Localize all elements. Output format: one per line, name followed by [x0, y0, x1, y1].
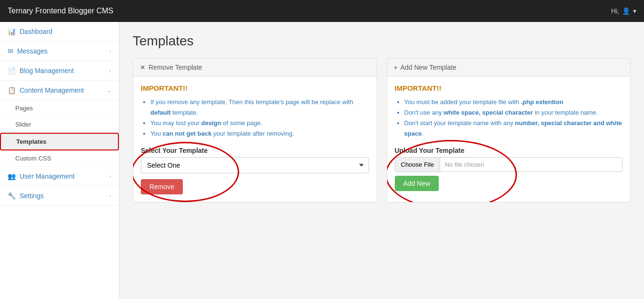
add-bullet-item-3: Don't start your template name with any … [404, 118, 623, 139]
user-mgmt-icon: 👥 [8, 172, 16, 180]
template-select[interactable]: Select One [141, 157, 369, 173]
chevron-icon: ‹ [109, 48, 111, 54]
select-wrapper: Select One [141, 157, 369, 173]
user-prefix: Hi, [611, 7, 619, 15]
sidebar-item-settings[interactable]: 🔧Settings ‹ [0, 186, 119, 206]
bullet-item-3: You can not get back your template after… [150, 128, 369, 139]
remove-important-title: IMPORTANT!! [141, 84, 369, 92]
user-chevron-icon: ▾ [633, 7, 636, 15]
sidebar-item-slider[interactable]: Slider [0, 117, 119, 133]
add-bullet-item-2: Don't use any white space, special chara… [404, 107, 623, 118]
add-new-button[interactable]: Add New [395, 176, 439, 191]
upload-label: Upload Your Template [395, 147, 623, 154]
remove-header-icon: ✕ [140, 64, 146, 71]
add-template-card: + Add New Template IMPORTANT!! You must … [387, 58, 631, 203]
choose-file-button[interactable]: Choose File [395, 158, 440, 171]
main-content: Templates ✕ Remove Template IMPORTANT!! … [119, 22, 644, 299]
upload-template-group: Upload Your Template Choose File No file… [395, 147, 623, 191]
select-template-label: Select Your Template [141, 147, 369, 154]
chevron-icon: ‹ [109, 193, 111, 199]
user-icon: 👤 [622, 7, 630, 15]
file-input-wrapper: Choose File No file chosen [395, 157, 623, 172]
user-menu[interactable]: Hi, 👤 ▾ [611, 7, 636, 15]
add-bullet-item-1: You must be added your template file wit… [404, 97, 623, 107]
sidebar-item-content-management[interactable]: 📋Content Management ⌄ [0, 81, 119, 100]
sidebar: 📊Dashboard ✉Messages ‹ 📄Blog Management … [0, 22, 119, 299]
add-important-title: IMPORTANT!! [395, 84, 623, 92]
bullet-item-2: You may lost your design of some page. [150, 118, 369, 128]
add-header-icon: + [394, 64, 398, 71]
sidebar-item-pages[interactable]: Pages [0, 100, 119, 117]
file-name-display: No file chosen [440, 158, 622, 171]
remove-card-header: ✕ Remove Template [133, 59, 377, 76]
sidebar-item-dashboard[interactable]: 📊Dashboard [0, 22, 119, 42]
app-brand: Ternary Frontend Blogger CMS [8, 7, 113, 15]
dashboard-icon: 📊 [8, 28, 16, 35]
add-bullet-list: You must be added your template file wit… [395, 97, 623, 139]
sidebar-item-blog-management[interactable]: 📄Blog Management ‹ [0, 61, 119, 81]
page-title: Templates [133, 33, 631, 49]
remove-template-card: ✕ Remove Template IMPORTANT!! If you rem… [133, 58, 377, 203]
bullet-item-1: If you remove any template, Then this te… [150, 97, 369, 118]
content-icon: 📋 [8, 86, 16, 94]
sidebar-item-templates[interactable]: Templates [0, 133, 119, 150]
add-header-label: Add New Template [401, 64, 456, 71]
remove-card-body: IMPORTANT!! If you remove any template, … [133, 76, 377, 202]
chevron-icon: ‹ [109, 68, 111, 74]
chevron-icon: ⌄ [107, 87, 111, 94]
settings-icon: 🔧 [8, 192, 16, 200]
add-card-header: + Add New Template [387, 59, 631, 76]
navbar: Ternary Frontend Blogger CMS Hi, 👤 ▾ [0, 0, 644, 22]
chevron-icon: ‹ [109, 173, 111, 179]
select-template-group: Select Your Template Select One Remove [141, 147, 369, 194]
sidebar-item-messages[interactable]: ✉Messages ‹ [0, 42, 119, 61]
messages-icon: ✉ [8, 47, 13, 55]
blog-icon: 📄 [8, 67, 16, 75]
cards-row: ✕ Remove Template IMPORTANT!! If you rem… [133, 58, 631, 203]
sidebar-item-custom-css[interactable]: Custom CSS [0, 150, 119, 167]
sidebar-item-user-management[interactable]: 👥User Management ‹ [0, 167, 119, 186]
remove-bullet-list: If you remove any template, Then this te… [141, 97, 369, 139]
remove-button[interactable]: Remove [141, 179, 183, 194]
remove-header-label: Remove Template [148, 64, 202, 71]
add-card-body: IMPORTANT!! You must be added your templ… [387, 76, 631, 199]
